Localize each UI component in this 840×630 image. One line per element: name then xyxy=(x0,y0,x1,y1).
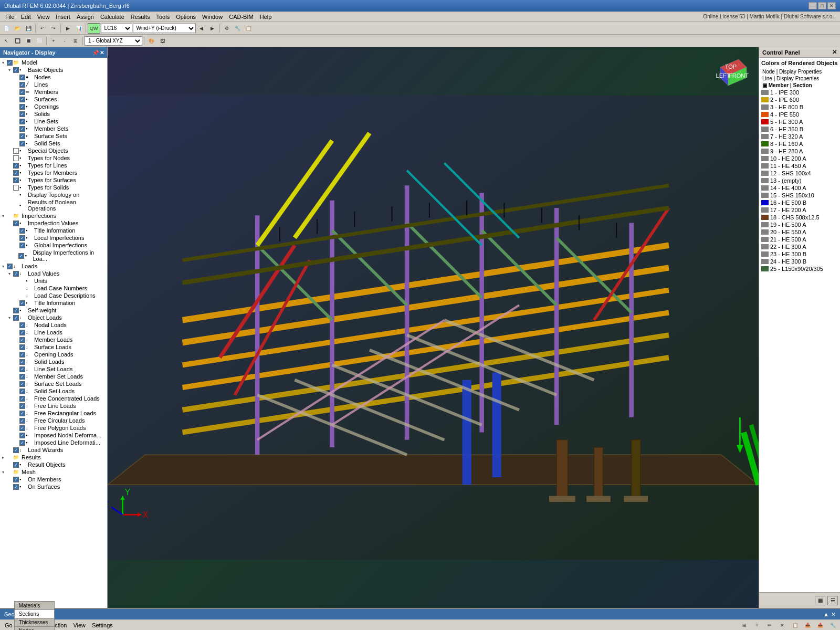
sections-settings[interactable]: Settings xyxy=(90,622,115,628)
nav-tree-item[interactable]: ✓↓Member Loads xyxy=(1,336,106,343)
nav-tree-item[interactable]: ✓▪Types for Members xyxy=(1,169,106,176)
nav-checkbox[interactable]: ✓ xyxy=(13,462,19,468)
nav-tree-item[interactable]: ▪Results of Boolean Operations xyxy=(1,198,106,212)
menu-cadbim[interactable]: CAD-BIM xyxy=(226,13,256,21)
tb-view1[interactable]: 🔲 xyxy=(12,36,23,46)
nav-tree-item[interactable]: ✓↓Surface Loads xyxy=(1,343,106,351)
tb-more1[interactable]: ⚙ xyxy=(222,23,232,34)
legend-item[interactable]: 22 - HE 300 A xyxy=(761,243,838,250)
legend-item[interactable]: 11 - HE 450 A xyxy=(761,162,838,170)
nav-tree-item[interactable]: ✓▪Member Sets xyxy=(1,125,106,132)
nav-tree-item[interactable]: ✓↓Free Rectangular Loads xyxy=(1,410,106,417)
nav-tree-item[interactable]: ✓▪Imposed Nodal Deforma... xyxy=(1,432,106,439)
tb-more2[interactable]: 🔧 xyxy=(233,23,243,34)
tb-view3[interactable]: ⬜ xyxy=(34,36,45,46)
cp-table-button[interactable]: ▦ xyxy=(815,596,825,605)
nav-checkbox[interactable]: ✓ xyxy=(13,67,19,73)
cp-list-button[interactable]: ☰ xyxy=(827,596,838,605)
nav-tree-item[interactable]: ✓▪Openings xyxy=(1,103,106,110)
tb-save[interactable]: 💾 xyxy=(23,23,34,34)
nav-checkbox[interactable]: ✓ xyxy=(19,141,25,146)
nav-tree-item[interactable]: ✓▪Result Objects xyxy=(1,461,106,468)
nav-tree-item[interactable]: ▾📁Mesh xyxy=(1,468,106,476)
view-cube[interactable]: TOP LEFT FRONT xyxy=(712,51,754,93)
cp-member-section-header[interactable]: ▣ Member | Section xyxy=(761,82,838,89)
nav-tree-item[interactable]: ✓▪Local Imperfections xyxy=(1,234,106,242)
tb-sec-6[interactable]: 📤 xyxy=(802,620,813,631)
legend-item[interactable]: 25 - L150x90/20/305 xyxy=(761,265,838,272)
cp-node-display[interactable]: Node | Display Properties xyxy=(761,68,838,75)
nav-tree-item[interactable]: ✓●Nodes xyxy=(1,74,106,81)
nav-checkbox[interactable]: ✓ xyxy=(19,396,25,402)
nav-tree-item[interactable]: ✓▪Display Imperfections in Loa... xyxy=(1,249,106,262)
nav-tree-item[interactable]: ▾✓📁Model xyxy=(1,59,106,66)
nav-tree-item[interactable]: ▾✓↓Loads xyxy=(1,262,106,270)
bottom-tab-sections[interactable]: Sections xyxy=(14,610,55,618)
legend-item[interactable]: 5 - HE 300 A xyxy=(761,118,838,125)
tb-sec-8[interactable]: 🔧 xyxy=(827,620,838,631)
menu-options[interactable]: Options xyxy=(173,13,199,21)
tb-render1[interactable]: 🎨 xyxy=(146,36,156,46)
nav-checkbox[interactable] xyxy=(13,185,19,191)
nav-checkbox[interactable]: ✓ xyxy=(19,381,25,387)
legend-item[interactable]: 3 - HE 800 B xyxy=(761,103,838,111)
nav-tree-item[interactable]: ▾✓↓Load Values xyxy=(1,270,106,277)
tb-nav-next[interactable]: ▶ xyxy=(207,23,218,34)
bottom-tab-nodes[interactable]: Nodes xyxy=(14,626,55,630)
tb-sec-7[interactable]: 📥 xyxy=(815,620,825,631)
tb-undo[interactable]: ↶ xyxy=(37,23,48,34)
cp-line-display[interactable]: Line | Display Properties xyxy=(761,75,838,82)
nav-checkbox[interactable]: ✓ xyxy=(19,411,25,416)
tb-wind-dropdown[interactable]: Wind+Y (i-Druck) xyxy=(133,24,196,33)
nav-tree-item[interactable]: ✓▪Global Imperfections xyxy=(1,242,106,249)
legend-item[interactable]: 7 - HE 320 A xyxy=(761,133,838,140)
menu-results[interactable]: Results xyxy=(128,13,153,21)
nav-tree-item[interactable]: ✓↓Free Polygon Loads xyxy=(1,424,106,432)
tb-select[interactable]: ↖ xyxy=(1,36,12,46)
legend-item[interactable]: 21 - HE 500 A xyxy=(761,236,838,243)
nav-checkbox[interactable]: ✓ xyxy=(19,388,25,394)
nav-checkbox[interactable]: ✓ xyxy=(19,300,25,306)
nav-checkbox[interactable]: ✓ xyxy=(19,104,25,110)
nav-tree-item[interactable]: ▾📁Imperfections xyxy=(1,212,106,219)
nav-checkbox[interactable]: ✓ xyxy=(13,220,19,226)
tb-results[interactable]: 📊 xyxy=(74,23,84,34)
nav-tree-item[interactable]: ✓▪Line Sets xyxy=(1,118,106,125)
tb-zoom-all[interactable]: ⊞ xyxy=(70,36,81,46)
nav-checkbox[interactable]: ✓ xyxy=(13,484,19,490)
nav-tree-item[interactable]: ✓↓Load Wizards xyxy=(1,446,106,454)
nav-tree-item[interactable]: ↓Load Case Descriptions xyxy=(1,292,106,299)
menu-file[interactable]: File xyxy=(2,13,18,21)
tb-nav-prev[interactable]: ◀ xyxy=(196,23,207,34)
bottom-tab-materials[interactable]: Materials xyxy=(14,601,55,610)
menu-assign[interactable]: Assign xyxy=(74,13,97,21)
nav-checkbox[interactable]: ✓ xyxy=(13,315,19,321)
nav-checkbox[interactable]: ✓ xyxy=(19,352,25,358)
legend-item[interactable]: 14 - HE 400 A xyxy=(761,184,838,192)
nav-tree-item[interactable]: ▪Types for Nodes xyxy=(1,154,106,162)
nav-tree-item[interactable]: ✓═Members xyxy=(1,88,106,96)
nav-tree-item[interactable]: ✓↓Member Set Loads xyxy=(1,373,106,380)
nav-checkbox[interactable]: ✓ xyxy=(19,228,25,234)
nav-checkbox[interactable]: ✓ xyxy=(13,170,19,176)
nav-checkbox[interactable]: ✓ xyxy=(13,447,19,453)
nav-checkbox[interactable]: ✓ xyxy=(19,403,25,409)
tb-new[interactable]: 📄 xyxy=(1,23,12,34)
nav-tree-item[interactable]: ✓▪Imposed Line Deformati... xyxy=(1,439,106,446)
sections-close-button[interactable]: ✕ xyxy=(831,611,836,618)
menu-insert[interactable]: Insert xyxy=(52,13,74,21)
nav-tree-item[interactable]: ✓▪On Members xyxy=(1,476,106,483)
bottom-tab-thicknesses[interactable]: Thicknesses xyxy=(14,618,55,626)
menu-view[interactable]: View xyxy=(34,13,53,21)
nav-tree-item[interactable]: ✓▪Title Information xyxy=(1,299,106,307)
nav-tree-item[interactable]: ✓▪Imperfection Values xyxy=(1,219,106,227)
nav-close-button[interactable]: ✕ xyxy=(100,50,104,56)
nav-tree-item[interactable]: ✓↓Free Line Loads xyxy=(1,402,106,410)
nav-checkbox[interactable]: ✓ xyxy=(7,264,13,269)
nav-tree-item[interactable]: ✓▪Solid Sets xyxy=(1,140,106,147)
tb-redo[interactable]: ↷ xyxy=(48,23,59,34)
nav-tree-item[interactable]: ↓Load Case Numbers xyxy=(1,285,106,292)
nav-tree-item[interactable]: ✓▪Types for Surfaces xyxy=(1,176,106,184)
legend-item[interactable]: 4 - IPE 550 xyxy=(761,111,838,118)
nav-tree-item[interactable]: ✓↓Line Set Loads xyxy=(1,365,106,373)
